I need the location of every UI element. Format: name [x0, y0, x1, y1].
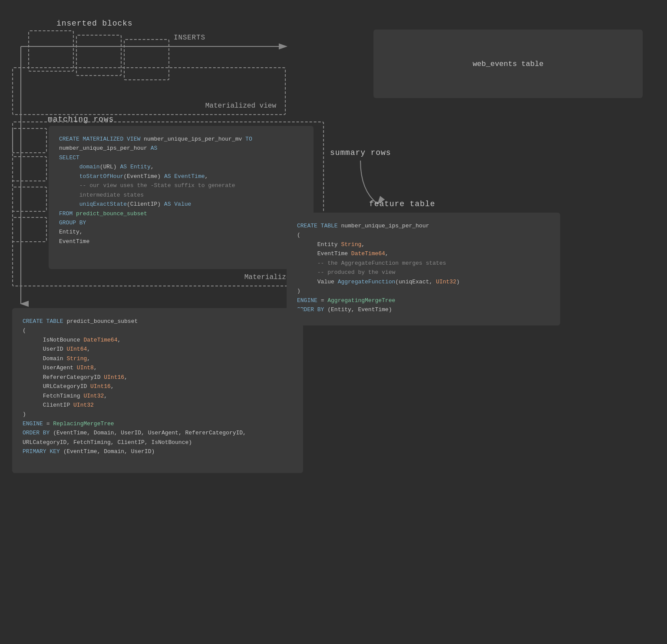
inserted-block-1: [28, 30, 74, 72]
mv-top-box: Materialized view: [12, 67, 286, 115]
predict-table-code: CREATE TABLE predict_bounce_subset ( IsN…: [23, 317, 293, 457]
web-events-label: web_events table: [472, 60, 543, 68]
mv-bottom-outer-box: Materialized view: [12, 122, 324, 286]
summary-rows-label: summary rows: [330, 148, 391, 157]
mv-top-label: Materialized view: [205, 102, 276, 110]
inserted-blocks-label: inserted blocks: [56, 19, 133, 28]
feature-table-code: CREATE TABLE number_unique_ips_per_hour …: [297, 221, 550, 314]
feature-table-box: CREATE TABLE number_unique_ips_per_hour …: [287, 213, 560, 325]
inserts-label: INSERTS: [174, 34, 205, 42]
web-events-box: web_events table: [373, 30, 643, 98]
feature-table-label: feature table: [369, 200, 435, 208]
diagram-container: inserted blocks INSERTS web_events table…: [0, 0, 667, 644]
predict-table-box: CREATE TABLE predict_bounce_subset ( IsN…: [12, 308, 303, 473]
